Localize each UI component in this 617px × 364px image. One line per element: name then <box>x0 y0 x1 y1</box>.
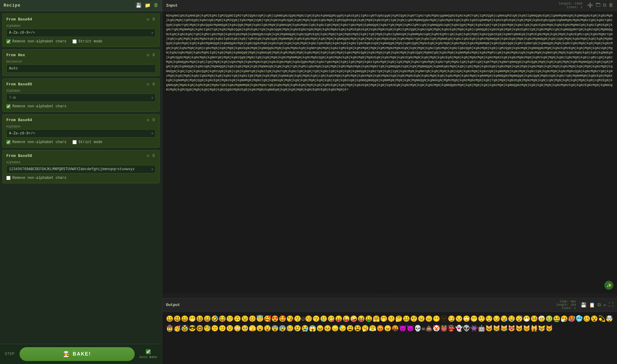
op-disable-icon-5[interactable]: ⊘ <box>147 153 149 158</box>
remove-nonalpha-label-1: Remove non-alphabet chars <box>12 39 66 44</box>
output-lines: lines: 1 <box>561 307 576 310</box>
auto-bake-label: Auto Bake <box>140 355 157 359</box>
op-disable-icon-4[interactable]: ⊘ <box>147 118 149 123</box>
alphabet-select-5[interactable]: 123456789ABCDEFGHJKLMNPQRSTUVWXYZabcdefg… <box>6 165 156 173</box>
output-window-icon[interactable]: ⧉ <box>597 302 601 308</box>
alphabet-label-3: Alphabet <box>6 89 156 93</box>
input-header-right: length: 1980 lines: 1 ➕ 🗔 ⧉ 🗑 <box>559 2 613 9</box>
scroll-indicator: · · · · · · · <box>162 293 617 298</box>
output-expand-icon[interactable]: ⛶ <box>609 302 613 308</box>
op-header-4: From Base64 ⊘ ⏸ <box>6 118 156 123</box>
input-meta: length: 1980 lines: 1 <box>559 2 582 9</box>
folder-icon[interactable]: 📁 <box>145 2 151 8</box>
input-header: Input length: 1980 lines: 1 ➕ 🗔 ⧉ 🗑 <box>162 0 617 11</box>
input-area-inner: NDAgNmIgNzEgNmEgNjkgM2EgMzIgM2QgNDIgM2Yg… <box>162 11 617 293</box>
op-block-3: From Base85 ⊘ ⏸ Alphabet !-u Remove non- <box>2 78 160 112</box>
input-trash-icon[interactable]: 🗑 <box>609 2 613 8</box>
op-pause-icon-4[interactable]: ⏸ <box>152 118 156 123</box>
op-pause-icon-5[interactable]: ⏸ <box>152 153 156 158</box>
alphabet-label-1: Alphabet <box>6 24 156 28</box>
op-icons-3: ⊘ ⏸ <box>147 82 156 87</box>
alphabet-select-wrapper-4: A-Za-z0-9+/= <box>6 129 156 138</box>
input-content[interactable]: NDAgNmIgNzEgNmEgNjkgM2EgMzIgM2QgNDIgM2Yg… <box>162 11 617 283</box>
input-length-label: length: <box>559 2 575 5</box>
remove-nonalpha-checkbox-1[interactable] <box>6 39 11 44</box>
output-undo-icon[interactable]: ↩ <box>603 302 606 308</box>
alphabet-select-wrapper-5: 123456789ABCDEFGHJKLMNPQRSTUVWXYZabcdefg… <box>6 165 156 173</box>
output-time: time: 4ms <box>560 300 576 303</box>
delete-icon[interactable]: 🗑 <box>154 2 158 8</box>
op-block-5: From Base58 ⊘ ⏸ Alphabet 123456789ABCDEF… <box>2 150 160 183</box>
op-block-2: From Hex ⊘ ⏸ Delimiter <box>2 49 160 76</box>
input-icons: ➕ 🗔 ⧉ 🗑 <box>587 2 613 8</box>
op-pause-icon-3[interactable]: ⏸ <box>152 82 156 87</box>
output-header: Output time: 4ms length: 104 lines: 1 💾 … <box>162 298 617 312</box>
op-title-4: From Base64 <box>6 118 32 122</box>
strict-mode-label-1: Strict mode <box>78 39 102 44</box>
output-copy-icon[interactable]: 📋 <box>589 302 595 308</box>
op-disable-icon-3[interactable]: ⊘ <box>147 82 149 87</box>
recipe-title: Recipe <box>4 3 20 8</box>
magic-wand-button[interactable]: ✨ <box>604 281 613 290</box>
remove-nonalpha-item-1: Remove non-alphabet chars <box>6 39 66 44</box>
strict-mode-item-4: Strict mode <box>72 140 102 144</box>
alphabet-select-1[interactable]: A-Za-z0-9+/= <box>6 29 156 37</box>
remove-nonalpha-checkbox-3[interactable] <box>6 104 11 109</box>
alphabet-select-3[interactable]: !-u <box>6 93 156 102</box>
bake-icon: 🧑‍🍳 <box>63 351 70 357</box>
output-save-icon[interactable]: 💾 <box>581 302 587 308</box>
alphabet-label-5: Alphabet <box>6 161 156 164</box>
op-header-3: From Base85 ⊘ ⏸ <box>6 82 156 87</box>
bake-label: BAKE! <box>73 351 91 357</box>
input-length-value: 1980 <box>575 2 582 5</box>
output-header-right: time: 4ms length: 104 lines: 1 💾 📋 ⧉ ↩ ⛶ <box>556 300 613 310</box>
delimiter-input-2[interactable] <box>6 64 156 73</box>
checkbox-row-5: Remove non-alphabet chars <box>6 176 156 180</box>
op-icons-4: ⊘ ⏸ <box>147 118 156 123</box>
input-add-icon[interactable]: ➕ <box>587 2 593 8</box>
input-split-icon[interactable]: ⧉ <box>603 2 606 8</box>
remove-nonalpha-label-5: Remove non-alphabet chars <box>12 176 66 180</box>
input-title: Input <box>166 3 178 8</box>
op-disable-icon-1[interactable]: ⊘ <box>147 17 149 22</box>
op-pause-icon-1[interactable]: ⏸ <box>152 17 156 22</box>
op-block-4: From Base64 ⊘ ⏸ Alphabet A-Za-z0-9+/= Re <box>2 114 160 148</box>
right-panel: Input length: 1980 lines: 1 ➕ 🗔 ⧉ 🗑 <box>162 0 617 364</box>
checkbox-row-4: Remove non-alphabet chars Strict mode <box>6 140 156 144</box>
recipe-content: From Base64 ⊘ ⏸ Alphabet A-Za-z0-9+/= Re <box>0 11 162 344</box>
output-meta: time: 4ms length: 104 lines: 1 <box>556 300 576 310</box>
remove-nonalpha-checkbox-4[interactable] <box>6 140 11 144</box>
auto-bake-checkbox[interactable] <box>146 349 151 354</box>
checkbox-row-1: Remove non-alphabet chars Strict mode <box>6 39 156 44</box>
op-icons-5: ⊘ ⏸ <box>147 153 156 158</box>
alphabet-select-wrapper-1: A-Za-z0-9+/= <box>6 29 156 37</box>
remove-nonalpha-label-3: Remove non-alphabet chars <box>12 104 66 109</box>
strict-mode-item-1: Strict mode <box>72 39 102 44</box>
input-window-icon[interactable]: 🗔 <box>596 2 600 8</box>
right-panel-sections: Input length: 1980 lines: 1 ➕ 🗔 ⧉ 🗑 <box>162 0 617 364</box>
strict-mode-label-4: Strict mode <box>78 140 102 144</box>
input-area: Input length: 1980 lines: 1 ➕ 🗔 ⧉ 🗑 <box>162 0 617 293</box>
output-content[interactable]: 😀😃😄😁😆😅🤣😂🙂🙃😉😊😇🥰😍🤩😘😗☺😚😙🥲😋😛😜🤪😝🤑🤗🤭🤫🤔🤐🤨😐😑😶🫥😏😒… <box>162 312 617 364</box>
op-title-5: From Base58 <box>6 154 32 158</box>
strict-mode-checkbox-1[interactable] <box>72 39 77 44</box>
save-icon[interactable]: 💾 <box>136 2 142 8</box>
output-icons: 💾 📋 ⧉ ↩ ⛶ <box>581 302 613 308</box>
alphabet-select-wrapper-3: !-u <box>6 93 156 102</box>
alphabet-select-4[interactable]: A-Za-z0-9+/= <box>6 129 156 138</box>
checkbox-row-3: Remove non-alphabet chars <box>6 104 156 109</box>
strict-mode-checkbox-4[interactable] <box>72 140 77 144</box>
remove-nonalpha-checkbox-5[interactable] <box>6 176 11 180</box>
remove-nonalpha-item-3: Remove non-alphabet chars <box>6 104 66 109</box>
op-pause-icon-2[interactable]: ⏸ <box>152 53 156 58</box>
op-disable-icon-2[interactable]: ⊘ <box>147 53 149 58</box>
delimiter-label-2: Delimiter <box>6 60 156 63</box>
op-title-3: From Base85 <box>6 82 32 87</box>
bake-button[interactable]: 🧑‍🍳 BAKE! <box>20 347 135 361</box>
output-area: Output time: 4ms length: 104 lines: 1 💾 … <box>162 298 617 364</box>
recipe-panel: Recipe 💾 📁 🗑 From Base64 ⊘ ⏸ Alphabet <box>0 0 162 364</box>
op-header-5: From Base58 ⊘ ⏸ <box>6 153 156 158</box>
op-header-2: From Hex ⊘ ⏸ <box>6 53 156 58</box>
input-lines-value: 1 <box>580 5 582 9</box>
remove-nonalpha-item-5: Remove non-alphabet chars <box>6 176 66 180</box>
